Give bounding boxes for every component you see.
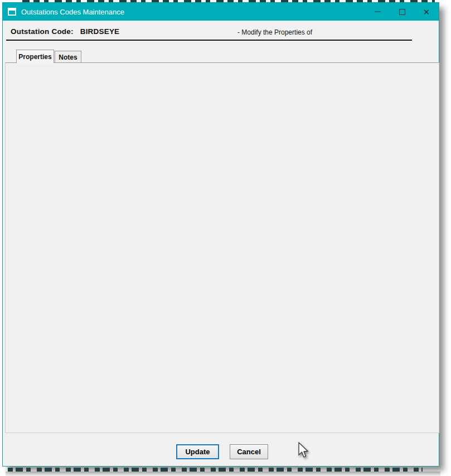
minimize-icon — [375, 11, 381, 12]
close-button[interactable]: ✕ — [414, 3, 439, 21]
header-divider — [6, 40, 412, 41]
window-title: Outstations Codes Maintenance — [21, 8, 124, 16]
minimize-button[interactable] — [365, 3, 390, 21]
outstation-code-label: Outstation Code: — [11, 27, 74, 36]
outstations-codes-maintenance-dialog: Outstations Codes Maintenance ✕ Outstati… — [2, 2, 439, 467]
maximize-button[interactable] — [390, 3, 414, 21]
header-row: Outstation Code:BIRDSEYE — [11, 27, 119, 36]
cancel-button[interactable]: Cancel — [230, 444, 268, 459]
tab-notes[interactable]: Notes — [55, 51, 81, 63]
tab-panel — [5, 62, 439, 433]
background-window-clipped-text-bottom — [8, 468, 423, 472]
close-icon: ✕ — [423, 8, 430, 16]
outstation-code-value: BIRDSEYE — [80, 27, 120, 36]
update-button[interactable]: Update — [176, 444, 219, 459]
window-drop-shadow — [6, 472, 440, 476]
titlebar[interactable]: Outstations Codes Maintenance ✕ — [3, 3, 439, 21]
mouse-cursor — [297, 442, 309, 459]
tab-properties[interactable]: Properties — [16, 50, 54, 63]
window-icon — [8, 8, 16, 16]
maximize-icon — [399, 9, 405, 15]
modify-note: - Modify the Properties of — [237, 28, 312, 36]
